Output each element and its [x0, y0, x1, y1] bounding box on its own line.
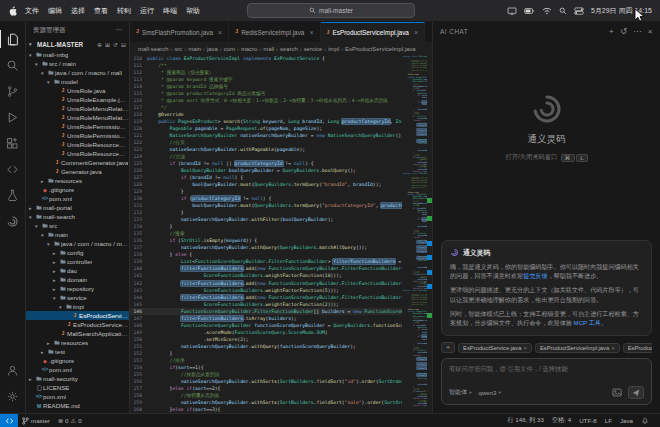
code-line[interactable]: 150 .setMinScore(2);: [130, 336, 402, 343]
explorer-item[interactable]: ▾main: [26, 230, 129, 239]
chat-link[interactable]: MCP 工具: [574, 319, 601, 326]
chip-close-icon[interactable]: ×: [523, 345, 527, 351]
code-line[interactable]: 140 filterFunctionBuilders.add(new Funct…: [130, 265, 402, 272]
explorer-item[interactable]: JEsProductService.java: [26, 320, 129, 329]
explorer-item[interactable]: LICENSE: [26, 383, 129, 392]
settings-gear-icon[interactable]: [0, 383, 26, 409]
code-line[interactable]: 142 filterFunctionBuilders.add(new Funct…: [130, 280, 402, 287]
chat-more-icon[interactable]: ⋯: [633, 27, 642, 36]
status-item[interactable]: UTF-8: [575, 417, 601, 424]
code-line[interactable]: 112 * 搜索商品（综合搜索）: [130, 69, 402, 76]
explorer-item[interactable]: ◆.gitignore: [26, 185, 129, 194]
code-line[interactable]: 160 }else if(sort==3){: [130, 406, 402, 413]
code-line[interactable]: 124 //过滤: [130, 153, 402, 160]
menu-item[interactable]: 运行: [140, 6, 154, 16]
breadcrumb-segment[interactable]: src: [174, 46, 182, 52]
mode-selector[interactable]: 智能体▾: [449, 388, 472, 397]
breadcrumb-segment[interactable]: com: [224, 46, 235, 52]
code-line[interactable]: 134 }: [130, 223, 402, 230]
menu-item[interactable]: 帮助: [186, 6, 200, 16]
code-line[interactable]: 118 @Override: [130, 111, 402, 118]
code-line[interactable]: 144 filterFunctionBuilders.add(new Funct…: [130, 294, 402, 301]
send-button[interactable]: [628, 386, 644, 399]
git-branch-status[interactable]: master: [18, 417, 54, 425]
explorer-item[interactable]: ▾impl: [26, 302, 129, 311]
explorer-item[interactable]: JCommentGenerator.java: [26, 158, 129, 167]
code-line[interactable]: 152 }: [130, 350, 402, 357]
explorer-item[interactable]: ▸resources: [26, 176, 129, 185]
explorer-item[interactable]: ▾service: [26, 293, 129, 302]
tab-close-icon[interactable]: ×: [309, 29, 313, 36]
breadcrumb-segment[interactable]: mall: [263, 46, 274, 52]
code-line[interactable]: 126 BoolQueryBuilder boolQueryBuilder = …: [130, 167, 402, 174]
code-line[interactable]: 122 //分页: [130, 139, 402, 146]
code-line[interactable]: 138 } else {: [130, 251, 402, 258]
status-item[interactable]: LF: [601, 417, 616, 424]
explorer-item[interactable]: ▾src: [26, 221, 129, 230]
wifi-icon[interactable]: [542, 7, 552, 15]
explorer-item[interactable]: </>pom.xml: [26, 365, 129, 374]
code-line[interactable]: 141 ScoreFunctionBuilders.weightFactorFu…: [130, 272, 402, 279]
code-line[interactable]: 123 nativeSearchQueryBuilder.withPageabl…: [130, 146, 402, 153]
testing-icon[interactable]: [0, 182, 26, 208]
spotlight-search-icon[interactable]: [559, 7, 567, 15]
code-line[interactable]: 139 List<FunctionScoreQueryBuilder.Filte…: [130, 258, 402, 265]
explorer-item[interactable]: ▾java / com / macro / mall / search: [26, 239, 129, 248]
explorer-item[interactable]: JUmsRole.java: [26, 86, 129, 95]
add-context-button[interactable]: +: [441, 342, 455, 353]
code-line[interactable]: 111 /**: [130, 62, 402, 69]
new-folder-icon[interactable]: ⊞: [105, 41, 110, 48]
collapse-all-icon[interactable]: ⊟: [121, 41, 126, 48]
explorer-item[interactable]: MREADME.md: [26, 401, 129, 410]
new-file-icon[interactable]: ⊕: [97, 41, 102, 48]
explorer-item[interactable]: ▸resources: [26, 338, 129, 347]
explorer-item[interactable]: JUmsRoleResourceRelation.java: [26, 140, 129, 149]
workspace-section-header[interactable]: ▾ MALL-MASTER ⊕ ⊞ ↺ ⊟: [26, 38, 129, 50]
lingma-icon[interactable]: [0, 208, 26, 234]
menu-item[interactable]: 终端: [163, 6, 177, 16]
menu-item[interactable]: 转到: [117, 6, 131, 16]
tab-close-icon[interactable]: ×: [218, 29, 222, 36]
code-line[interactable]: 136 if (StrUtil.isEmpty(keyword)) {: [130, 237, 402, 244]
remote-indicator[interactable]: [0, 414, 18, 427]
breadcrumb-segment[interactable]: impl: [328, 46, 339, 52]
code-line[interactable]: 157 }else if(sort==2){: [130, 385, 402, 392]
menu-item[interactable]: 查看: [94, 6, 108, 16]
editor-tab[interactable]: JEsProductServiceImpl.java×: [321, 22, 425, 42]
code-line[interactable]: 155 //按新品从新到旧: [130, 371, 402, 378]
explorer-item[interactable]: ▸config: [26, 248, 129, 257]
code-line[interactable]: 121 NativeSearchQueryBuilder nativeSearc…: [130, 132, 402, 139]
explorer-item[interactable]: ▾mall-mbg: [26, 50, 129, 59]
code-line[interactable]: 115 * @param productCategoryId 商品分类编号: [130, 90, 402, 97]
explorer-item[interactable]: ◆.gitignore: [26, 356, 129, 365]
explorer-item[interactable]: ▸mall-security: [26, 374, 129, 383]
code-line[interactable]: 132 }: [130, 209, 402, 216]
code-line[interactable]: 143 ScoreFunctionBuilders.weightFactorFu…: [130, 287, 402, 294]
tab-close-icon[interactable]: ×: [414, 29, 418, 36]
status-item[interactable]: Java: [616, 417, 637, 424]
explorer-item[interactable]: ▸controller: [26, 257, 129, 266]
menu-item[interactable]: 编辑: [48, 6, 62, 16]
code-line[interactable]: 153 //排序: [130, 357, 402, 364]
code-line[interactable]: 137 nativeSearchQueryBuilder.withQuery(Q…: [130, 244, 402, 251]
explorer-item[interactable]: ▾src / main: [26, 59, 129, 68]
code-line[interactable]: 127 if (brandId != null) {: [130, 174, 402, 181]
explorer-item[interactable]: JGenerator.java: [26, 167, 129, 176]
code-line[interactable]: 131 boolQueryBuilder.must(QueryBuilders.…: [130, 202, 402, 209]
explorer-item[interactable]: ▾model: [26, 77, 129, 86]
code-line[interactable]: 151 nativeSearchQueryBuilder.withQuery(f…: [130, 343, 402, 350]
command-center-search[interactable]: mall-master: [247, 3, 415, 18]
status-item[interactable]: 行 146, 列 33: [503, 416, 547, 425]
code-line[interactable]: 154 if(sort==1){: [130, 364, 402, 371]
code-line[interactable]: 146 FunctionScoreQueryBuilder.FilterFunc…: [130, 308, 402, 315]
control-center-icon[interactable]: [574, 7, 584, 15]
code-line[interactable]: 130 if (productCategoryId != null) {: [130, 195, 402, 202]
chat-close-icon[interactable]: ×: [648, 27, 653, 36]
explorer-item[interactable]: JUmsRolePermissionRelation.java: [26, 122, 129, 131]
breadcrumb-segment[interactable]: search: [280, 46, 298, 52]
explorer-item[interactable]: JUmsRoleResourceRelationExample.java: [26, 149, 129, 158]
search-icon[interactable]: [0, 52, 26, 78]
notifications-bell-icon[interactable]: [637, 416, 653, 425]
code-line[interactable]: 117 */: [130, 104, 402, 111]
explorer-item[interactable]: ▸dao: [26, 266, 129, 275]
